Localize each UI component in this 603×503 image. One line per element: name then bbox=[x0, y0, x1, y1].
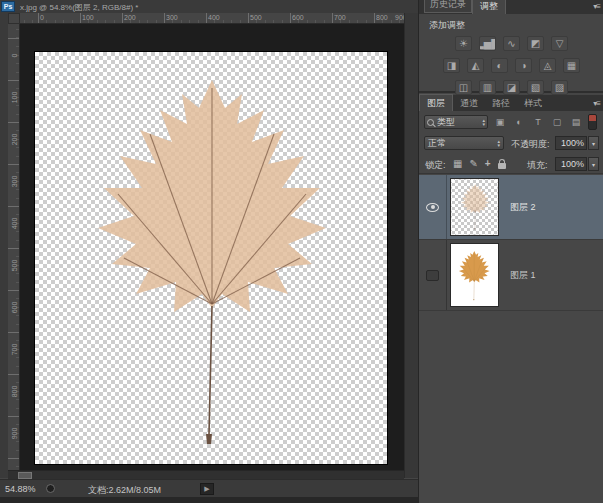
document-canvas[interactable] bbox=[35, 52, 387, 464]
panel-dock: 历史记录 调整 ▾≡ 添加调整 ☀ ▂▅▇ ∿ ◩ ▽ ◨ ◭ ◐ ◑ ◬ ▦ bbox=[418, 0, 603, 503]
color-balance-icon[interactable]: ◭ bbox=[467, 58, 484, 73]
ruler-label: 800 bbox=[376, 14, 388, 21]
eye-empty-box bbox=[426, 270, 439, 281]
posterize-icon[interactable]: ▥ bbox=[479, 80, 496, 95]
blend-mode-value: 正常 bbox=[428, 137, 497, 150]
zoom-level-field[interactable]: 54.88% bbox=[5, 484, 36, 494]
smart-object-filter-icon[interactable]: ▤ bbox=[569, 115, 583, 129]
ruler-label: 600 bbox=[11, 296, 18, 320]
zoom-scrubber-icon[interactable] bbox=[46, 484, 55, 493]
ruler-label: 200 bbox=[11, 128, 18, 152]
eye-icon bbox=[426, 203, 439, 212]
photo-filter-icon[interactable]: ◑ bbox=[515, 58, 532, 73]
tab-history[interactable]: 历史记录 bbox=[424, 0, 472, 13]
ruler-label: 100 bbox=[11, 86, 18, 110]
layers-list: 图层 2 图层 1 bbox=[419, 175, 603, 503]
ruler-label: 200 bbox=[124, 14, 136, 21]
dropdown-arrows-icon: ▴▾ bbox=[482, 118, 485, 126]
exposure-icon[interactable]: ◩ bbox=[527, 36, 544, 51]
visibility-toggle[interactable] bbox=[419, 240, 447, 310]
filter-type-dropdown[interactable]: 类型 ▴▾ bbox=[424, 115, 488, 129]
fill-value-field[interactable]: 100% bbox=[555, 157, 587, 171]
ruler-origin-corner[interactable] bbox=[8, 13, 20, 24]
brightness-contrast-icon[interactable]: ☀ bbox=[455, 36, 472, 51]
lock-transparency-icon[interactable]: ▦ bbox=[453, 159, 462, 169]
status-flyout-button[interactable]: ▶ bbox=[200, 483, 214, 495]
opacity-label: 不透明度: bbox=[511, 138, 550, 151]
ruler-label: 900 bbox=[395, 14, 404, 21]
tab-channels[interactable]: 通道 bbox=[453, 95, 485, 111]
levels-icon[interactable]: ▂▅▇ bbox=[479, 36, 496, 51]
adjustment-layer-filter-icon[interactable]: ◐ bbox=[512, 115, 526, 129]
ruler-label: 700 bbox=[11, 338, 18, 362]
fill-slider-arrow[interactable]: ▾ bbox=[588, 157, 599, 171]
window-edge bbox=[0, 13, 8, 478]
layer-name[interactable]: 图层 1 bbox=[510, 269, 536, 282]
layer-1-thumbnail[interactable] bbox=[451, 244, 498, 306]
layer-2-thumbnail[interactable] bbox=[451, 179, 498, 235]
hue-saturation-icon[interactable]: ◨ bbox=[443, 58, 460, 73]
adjustments-tab-bar: 历史记录 调整 ▾≡ bbox=[419, 0, 603, 14]
ruler-label: 400 bbox=[11, 212, 18, 236]
panel-menu-icon[interactable]: ▾≡ bbox=[593, 99, 600, 108]
status-bar: 54.88% 文档:2.62M/8.05M ▶ bbox=[0, 479, 418, 497]
adjustment-icon-row: ◫ ▥ ◪ ▧ ▨ bbox=[419, 80, 603, 95]
ruler-label: 600 bbox=[292, 14, 304, 21]
ruler-label: 300 bbox=[11, 170, 18, 194]
horizontal-ruler[interactable]: 0 100 200 300 400 500 600 700 800 900 bbox=[20, 13, 404, 24]
vertical-scrollbar[interactable] bbox=[404, 13, 418, 478]
document-size-info: 文档:2.62M/8.05M bbox=[88, 484, 161, 497]
layer-name[interactable]: 图层 2 bbox=[510, 201, 536, 214]
threshold-icon[interactable]: ◪ bbox=[503, 80, 520, 95]
ruler-label: 0 bbox=[11, 44, 18, 68]
ruler-label: 500 bbox=[250, 14, 262, 21]
panel-menu-icon[interactable]: ▾≡ bbox=[593, 2, 600, 11]
lock-position-icon[interactable]: + bbox=[485, 159, 491, 169]
lock-all-icon[interactable] bbox=[498, 163, 506, 169]
search-icon bbox=[427, 119, 434, 126]
tab-paths[interactable]: 路径 bbox=[485, 95, 517, 111]
ruler-label: 0 bbox=[40, 14, 44, 21]
selective-color-icon[interactable]: ▧ bbox=[527, 80, 544, 95]
filter-type-label: 类型 bbox=[437, 116, 479, 129]
black-white-icon[interactable]: ◐ bbox=[491, 58, 508, 73]
tab-styles[interactable]: 样式 bbox=[517, 95, 549, 111]
lock-label: 锁定: bbox=[425, 159, 446, 172]
visibility-toggle[interactable] bbox=[419, 175, 447, 239]
fill-label: 填充: bbox=[527, 159, 548, 172]
curves-icon[interactable]: ∿ bbox=[503, 36, 520, 51]
ruler-label: 700 bbox=[334, 14, 346, 21]
blend-mode-dropdown[interactable]: 正常 ▴▾ bbox=[424, 136, 504, 150]
tab-layers[interactable]: 图层 bbox=[419, 94, 453, 111]
ruler-label: 500 bbox=[11, 254, 18, 278]
tab-adjustments[interactable]: 调整 bbox=[472, 0, 506, 14]
lock-pixels-icon[interactable]: ✎ bbox=[469, 159, 477, 169]
pixel-layer-filter-icon[interactable]: ▣ bbox=[493, 115, 507, 129]
blend-mode-row: 正常 ▴▾ 不透明度: 100% ▾ bbox=[419, 134, 603, 153]
vertical-ruler[interactable]: 0 100 200 300 400 500 600 700 800 900 bbox=[8, 24, 20, 470]
adjustment-icon-row: ☀ ▂▅▇ ∿ ◩ ▽ bbox=[419, 36, 603, 51]
opacity-slider-arrow[interactable]: ▾ bbox=[588, 136, 599, 150]
document-title: x.jpg @ 54.8%(图层 2, RGB/8#) * bbox=[20, 2, 138, 13]
vibrance-icon[interactable]: ▽ bbox=[551, 36, 568, 51]
canvas-area[interactable] bbox=[20, 24, 404, 470]
color-lookup-icon[interactable]: ▦ bbox=[563, 58, 580, 73]
layer-row-1[interactable]: 图层 1 bbox=[419, 239, 603, 311]
layer-filter-row: 类型 ▴▾ ▣ ◐ T ▢ ▤ bbox=[419, 113, 603, 132]
maple-leaf-image bbox=[90, 72, 330, 457]
dropdown-arrows-icon: ▴▾ bbox=[497, 139, 500, 147]
ruler-label: 800 bbox=[11, 380, 18, 404]
type-layer-filter-icon[interactable]: T bbox=[531, 115, 545, 129]
shape-layer-filter-icon[interactable]: ▢ bbox=[550, 115, 564, 129]
layer-filter-toggle[interactable] bbox=[588, 114, 597, 130]
invert-icon[interactable]: ◫ bbox=[455, 80, 472, 95]
photoshop-window: Ps x.jpg @ 54.8%(图层 2, RGB/8#) * 0 100 2… bbox=[0, 0, 603, 503]
opacity-value-field[interactable]: 100% bbox=[555, 136, 587, 150]
channel-mixer-icon[interactable]: ◬ bbox=[539, 58, 556, 73]
layer-row-2[interactable]: 图层 2 bbox=[419, 175, 603, 239]
gradient-map-icon[interactable]: ▨ bbox=[551, 80, 568, 95]
scrollbar-thumb[interactable] bbox=[18, 472, 32, 479]
ruler-label: 100 bbox=[82, 14, 94, 21]
horizontal-scrollbar[interactable] bbox=[8, 470, 404, 479]
ruler-label: 300 bbox=[166, 14, 178, 21]
